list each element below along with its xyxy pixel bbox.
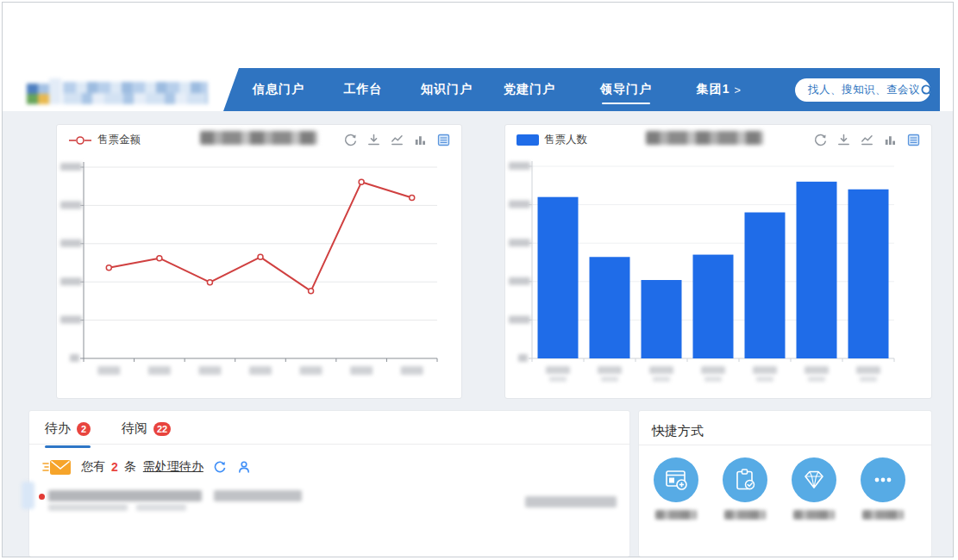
portal-page: 信息门户工作台知识门户党建门户领导门户集团1> 找人、搜知识、查会议 售票金额	[2, 2, 954, 557]
active-tab-underline	[45, 445, 91, 448]
nav-item-1[interactable]: 工作台	[344, 68, 383, 111]
screen: 信息门户工作台知识门户党建门户领导门户集团1> 找人、搜知识、查会议 售票金额	[0, 0, 958, 560]
tab-badge: 2	[77, 422, 91, 436]
clipboard-check-icon[interactable]	[723, 457, 767, 502]
nav-item-5[interactable]: 集团1>	[697, 68, 742, 111]
todo-item-subtitle-blurred	[214, 490, 302, 501]
line-chart-plot	[57, 125, 461, 398]
bar-chart-plot	[505, 125, 931, 398]
todo-message-prefix: 您有	[81, 459, 105, 475]
todo-message-unit: 条	[124, 459, 136, 475]
shortcut-membership[interactable]	[780, 457, 848, 520]
shortcut-data-query[interactable]	[642, 457, 711, 520]
refresh-icon[interactable]	[213, 460, 228, 475]
nav-item-label: 工作台	[344, 82, 383, 97]
global-search-input[interactable]: 找人、搜知识、查会议	[795, 78, 930, 102]
nav-item-2[interactable]: 知识门户	[421, 68, 473, 111]
shortcut-more[interactable]	[848, 457, 917, 520]
tabs-divider	[29, 444, 629, 445]
nav-item-label: 集团1	[697, 82, 730, 97]
scroll-indicator-blurred	[22, 482, 34, 509]
shortcut-report-query[interactable]	[711, 457, 780, 520]
shortcut-label-blurred	[793, 510, 835, 520]
nav-item-label: 党建门户	[504, 82, 555, 97]
ticket-amount-chart-card: 售票金额	[56, 124, 462, 399]
tab-label: 待阅	[122, 420, 147, 437]
ticket-count-chart-card: 售票人数	[504, 124, 932, 399]
todo-item-meta-blurred	[136, 504, 186, 511]
shortcut-label-blurred	[862, 510, 904, 520]
todo-message: 您有 2 条 需处理待办	[42, 455, 252, 479]
quick-panel-title: 快捷方式	[652, 423, 704, 439]
tab-badge: 22	[153, 422, 171, 436]
nav-item-3[interactable]: 党建门户	[504, 68, 555, 111]
active-nav-underline	[602, 103, 650, 104]
tab-label: 待办	[45, 420, 71, 437]
todo-item-date-blurred	[525, 496, 617, 507]
unread-dot	[39, 494, 45, 500]
nav-item-label: 知识门户	[421, 82, 473, 97]
todo-panel: 待办2待阅22 您有 2 条 需处理待办	[28, 410, 630, 557]
mail-icon	[42, 457, 72, 477]
quick-panel-divider	[639, 445, 931, 445]
person-icon[interactable]	[237, 460, 252, 475]
nav-item-0[interactable]: 信息门户	[253, 68, 304, 111]
top-navigation-bar: 信息门户工作台知识门户党建门户领导门户集团1> 找人、搜知识、查会议	[223, 68, 940, 111]
search-placeholder: 找人、搜知识、查会议	[808, 83, 920, 97]
nav-item-4[interactable]: 领导门户	[600, 68, 652, 111]
nav-item-label: 信息门户	[253, 82, 304, 97]
nav-item-label: 领导门户	[600, 82, 652, 97]
shortcut-label-blurred	[655, 510, 697, 520]
more-dots-icon[interactable]	[861, 457, 905, 502]
todo-link[interactable]: 需处理待办	[143, 459, 203, 475]
company-logo-blurred	[27, 75, 210, 106]
todo-count: 2	[111, 460, 118, 474]
quick-access-panel: 快捷方式	[638, 410, 932, 557]
diamond-icon[interactable]	[792, 457, 836, 502]
search-icon[interactable]	[920, 84, 934, 97]
todo-item-title-blurred[interactable]	[48, 490, 202, 501]
shortcut-label-blurred	[724, 510, 766, 520]
chevron-right-icon: >	[735, 84, 742, 96]
todo-item-meta-blurred	[48, 504, 128, 511]
window-add-icon[interactable]	[654, 457, 698, 502]
